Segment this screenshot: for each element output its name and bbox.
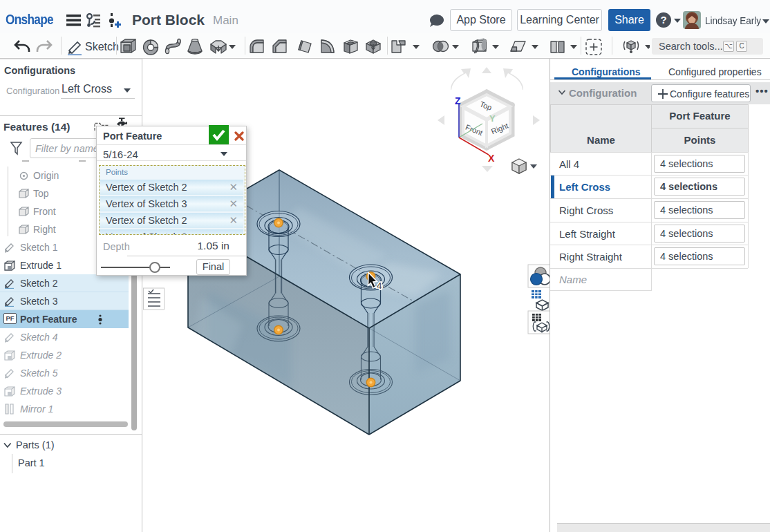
svg-text:Z: Z [455, 95, 461, 106]
svg-text:?: ? [660, 14, 666, 26]
svg-text:Y: Y [489, 113, 496, 124]
svg-text:4: 4 [377, 281, 382, 291]
svg-text:X: X [488, 153, 495, 164]
